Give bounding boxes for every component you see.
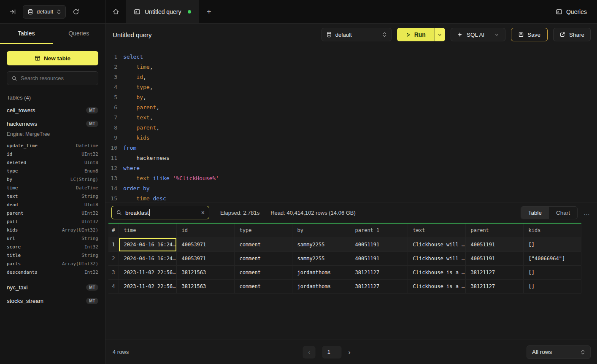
column-header[interactable]: by: [292, 224, 350, 237]
table-cell[interactable]: 2023-11-02 22:56…: [119, 279, 176, 293]
sidebar-table-item[interactable]: nyc_taxiMT: [7, 280, 98, 294]
results-search-input[interactable]: breakfast ×: [111, 206, 209, 219]
view-toggle-table[interactable]: Table: [521, 207, 549, 219]
line-number: 11: [105, 155, 117, 161]
row-number-cell[interactable]: 1: [108, 237, 119, 251]
search-icon: [11, 75, 17, 81]
view-toggle-chart[interactable]: Chart: [549, 207, 577, 219]
new-table-button[interactable]: New table: [7, 51, 98, 65]
main: Untitled query default: [105, 24, 597, 364]
table-cell[interactable]: comment: [234, 251, 292, 265]
queries-button[interactable]: Queries: [556, 8, 587, 15]
sidebar-search-input[interactable]: [21, 75, 95, 81]
code-line[interactable]: 2 time,: [105, 62, 597, 72]
column-type: UInt32: [81, 210, 98, 216]
table-cell[interactable]: 2023-11-02 22:56…: [119, 265, 176, 279]
sql-ai-button[interactable]: SQL AI: [451, 28, 505, 41]
table-cell[interactable]: 38121127: [465, 279, 523, 293]
share-button[interactable]: Share: [553, 28, 591, 41]
code-line[interactable]: 10from: [105, 143, 597, 153]
table-cell[interactable]: []: [523, 279, 581, 293]
code-line[interactable]: 13 text ilike '%ClickHouse%': [105, 173, 597, 183]
column-header[interactable]: type: [234, 224, 292, 237]
column-header[interactable]: id: [176, 224, 234, 237]
table-cell[interactable]: 40051191: [350, 251, 408, 265]
save-button[interactable]: Save: [511, 28, 548, 41]
code-line[interactable]: 12where: [105, 163, 597, 173]
run-button[interactable]: Run: [397, 28, 434, 41]
code-line[interactable]: 8 parent,: [105, 122, 597, 132]
table-cell[interactable]: 38121563: [176, 265, 234, 279]
new-tab-button[interactable]: +: [199, 0, 219, 23]
elapsed-time: Elapsed: 2.781s: [220, 210, 259, 216]
table-cell[interactable]: 40053971: [176, 237, 234, 251]
row-number-cell[interactable]: 4: [108, 279, 119, 293]
sidebar-table-item[interactable]: cell_towersMT: [7, 103, 98, 117]
code-line[interactable]: 6 parent,: [105, 102, 597, 112]
database-selector[interactable]: default: [23, 5, 66, 19]
table-cell[interactable]: jordanthoms: [292, 265, 350, 279]
table-cell[interactable]: 2024-04-16 16:24…: [119, 237, 176, 251]
sidebar-table-item[interactable]: stocks_streamMT: [7, 294, 98, 307]
column-item: parentUInt32: [7, 209, 98, 217]
code-line[interactable]: 9 kids: [105, 132, 597, 143]
table-cell[interactable]: Clickhouse will …: [408, 237, 465, 251]
column-header[interactable]: parent_1: [350, 224, 408, 237]
table-cell[interactable]: 40051191: [465, 251, 523, 265]
sidebar-table-item[interactable]: hackernewsMT: [7, 117, 98, 130]
sql-editor[interactable]: 1select2 time,3 id,4 type,5 by,6 parent,…: [105, 46, 597, 202]
refresh-button[interactable]: [71, 7, 81, 17]
page-number-input[interactable]: 1: [322, 346, 342, 359]
table-cell[interactable]: jordanthoms: [292, 279, 350, 293]
table-cell[interactable]: 38121127: [465, 265, 523, 279]
table-cell[interactable]: 38121127: [350, 265, 408, 279]
column-header[interactable]: kids: [523, 224, 581, 237]
column-header[interactable]: text: [408, 224, 465, 237]
table-row: 22024-04-16 16:24…40053971commentsammy22…: [108, 251, 581, 265]
code-line[interactable]: 3 id,: [105, 72, 597, 82]
code-line[interactable]: 15 time desc: [105, 193, 597, 203]
table-cell[interactable]: comment: [234, 279, 292, 293]
prev-page-button[interactable]: ‹: [303, 346, 316, 359]
table-cell[interactable]: 40051191: [350, 237, 408, 251]
table-cell[interactable]: 40053971: [176, 251, 234, 265]
table-cell[interactable]: comment: [234, 265, 292, 279]
table-cell[interactable]: 40051191: [465, 237, 523, 251]
code-line[interactable]: 11 hackernews: [105, 153, 597, 163]
table-cell[interactable]: 38121563: [176, 279, 234, 293]
sql-ai-options[interactable]: [490, 28, 499, 41]
column-header[interactable]: parent: [465, 224, 523, 237]
collapse-sidebar-button[interactable]: [8, 7, 18, 17]
tab-untitled-query[interactable]: Untitled query: [126, 0, 199, 23]
next-page-button[interactable]: ›: [348, 348, 351, 356]
sidebar-tab-queries[interactable]: Queries: [53, 24, 105, 44]
query-database-selector[interactable]: default: [321, 28, 392, 41]
table-cell[interactable]: []: [523, 265, 581, 279]
table-cell[interactable]: 38121127: [350, 279, 408, 293]
table-cell[interactable]: Clickhouse is a …: [408, 265, 465, 279]
tab-home[interactable]: [105, 0, 126, 23]
table-cell[interactable]: sammy2255: [292, 251, 350, 265]
table-cell[interactable]: Clickhouse will …: [408, 251, 465, 265]
code-line[interactable]: 14order by: [105, 183, 597, 193]
unsaved-indicator-dot: [188, 10, 191, 13]
row-number-cell[interactable]: 3: [108, 265, 119, 279]
more-options-button[interactable]: …: [583, 209, 590, 216]
code-line[interactable]: 5 by,: [105, 92, 597, 102]
table-cell[interactable]: ["40066964"]: [523, 251, 581, 265]
code-line[interactable]: 1select: [105, 51, 597, 62]
code-line[interactable]: 7 text,: [105, 112, 597, 122]
clear-search-button[interactable]: ×: [201, 209, 205, 216]
row-number-cell[interactable]: 2: [108, 251, 119, 265]
column-header[interactable]: #: [108, 224, 119, 237]
table-cell[interactable]: 2024-04-16 16:24…: [119, 251, 176, 265]
table-cell[interactable]: Clickhouse is a …: [408, 279, 465, 293]
run-options-button[interactable]: [434, 28, 445, 41]
table-cell[interactable]: []: [523, 237, 581, 251]
sidebar-tab-tables[interactable]: Tables: [0, 24, 53, 44]
page-size-selector[interactable]: All rows: [527, 345, 591, 359]
code-line[interactable]: 4 type,: [105, 82, 597, 92]
table-cell[interactable]: sammy2255: [292, 237, 350, 251]
table-cell[interactable]: comment: [234, 237, 292, 251]
column-header[interactable]: time: [119, 224, 176, 237]
